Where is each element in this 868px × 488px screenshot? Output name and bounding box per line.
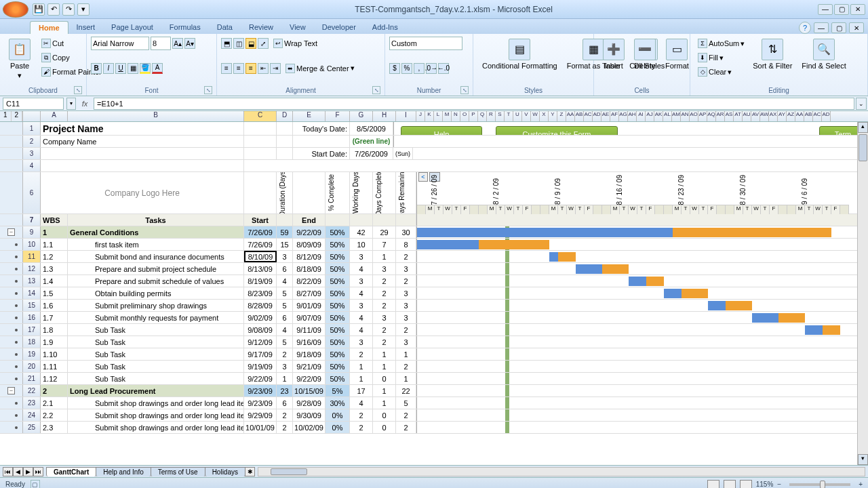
col-header-AH[interactable]: AH xyxy=(628,111,637,121)
ribbon-tab-data[interactable]: Data xyxy=(209,21,241,34)
row-header[interactable]: 13 xyxy=(23,275,41,287)
scroll-down-icon[interactable]: ▾ xyxy=(858,454,868,465)
col-header-Y[interactable]: Y xyxy=(549,111,557,121)
decrease-decimal-icon[interactable]: ←.0 xyxy=(438,63,449,74)
table-row[interactable]: −91General Conditions7/26/09599/22/0950%… xyxy=(0,226,868,239)
col-header-AK[interactable]: AK xyxy=(654,111,663,121)
gantt-bar-remaining[interactable] xyxy=(778,313,805,323)
col-header-E[interactable]: E xyxy=(293,111,326,121)
col-header-AL[interactable]: AL xyxy=(663,111,672,121)
ribbon-tab-formulas[interactable]: Formulas xyxy=(161,21,209,34)
col-header-AR[interactable]: AR xyxy=(716,111,725,121)
horizontal-scrollbar[interactable] xyxy=(258,467,865,476)
redo-icon[interactable]: ↷ xyxy=(62,3,75,16)
name-box-dropdown[interactable]: ▾ xyxy=(66,98,76,110)
col-header-AP[interactable]: AP xyxy=(698,111,707,121)
increase-indent-icon[interactable]: ⇥ xyxy=(270,63,281,74)
insert-cells-button[interactable]: ➕Insert xyxy=(598,37,629,72)
row-header[interactable]: 19 xyxy=(23,348,41,360)
col-header-T[interactable]: T xyxy=(505,111,513,121)
col-header-AC[interactable]: AC xyxy=(584,111,593,121)
border-button[interactable]: ▦ xyxy=(127,63,138,74)
gantt-bar-remaining[interactable] xyxy=(726,301,752,310)
col-header-AC[interactable]: AC xyxy=(813,111,822,121)
table-row[interactable]: 111.2Submit bond and insurance documents… xyxy=(0,251,868,263)
col-header-U[interactable]: U xyxy=(513,111,522,121)
zoom-level[interactable]: 115% xyxy=(756,481,774,488)
row-header[interactable]: 24 xyxy=(23,409,41,421)
italic-button[interactable]: I xyxy=(103,63,114,74)
row-header[interactable]: 12 xyxy=(23,263,41,274)
align-top-icon[interactable]: ⬒ xyxy=(221,38,232,49)
sheet-nav-last[interactable]: ⏭ xyxy=(33,467,43,476)
customize-form-button[interactable]: Customize this Form xyxy=(496,126,618,135)
gantt-bar-complete[interactable] xyxy=(417,240,479,249)
gantt-bar-complete[interactable] xyxy=(708,301,726,310)
fill-color-button[interactable]: 🪣 xyxy=(140,63,151,74)
worksheet-grid[interactable]: 12 A B C D E F G H I JKLMNOPQRSTUVWXYZAA… xyxy=(0,111,868,465)
col-header-N[interactable]: N xyxy=(452,111,460,121)
ribbon-tab-review[interactable]: Review xyxy=(241,21,281,34)
merge-center-button[interactable]: ⬌Merge & Center ▾ xyxy=(282,62,358,75)
table-row[interactable]: 191.10Sub Task9/17/0929/18/0950%211 xyxy=(0,348,868,361)
col-header-AE[interactable]: AE xyxy=(601,111,610,121)
comma-format-icon[interactable]: , xyxy=(414,63,425,74)
row-header[interactable]: 25 xyxy=(23,422,41,433)
col-header-B[interactable]: B xyxy=(68,111,244,121)
col-header-I[interactable]: I xyxy=(396,111,416,121)
col-header-AD[interactable]: AD xyxy=(593,111,601,121)
increase-decimal-icon[interactable]: .0→ xyxy=(426,63,437,74)
gantt-bar-remaining[interactable] xyxy=(673,228,831,237)
col-header-AM[interactable]: AM xyxy=(672,111,681,121)
table-row[interactable]: 201.11Sub Task9/19/0939/21/0950%112 xyxy=(0,361,868,373)
font-size-select[interactable] xyxy=(151,37,171,50)
zoom-out-icon[interactable]: − xyxy=(777,481,781,488)
col-header-AG[interactable]: AG xyxy=(619,111,628,121)
normal-view-icon[interactable] xyxy=(707,480,719,489)
col-header-AB[interactable]: AB xyxy=(804,111,813,121)
align-right-icon[interactable]: ≡ xyxy=(245,63,256,74)
gantt-bar-remaining[interactable] xyxy=(823,325,840,335)
col-header-AU[interactable]: AU xyxy=(743,111,751,121)
col-header-AS[interactable]: AS xyxy=(725,111,734,121)
font-color-button[interactable]: A xyxy=(152,63,163,74)
fill-button[interactable]: ⬇Fill ▾ xyxy=(694,51,748,64)
table-row[interactable]: 101.1first task item7/26/09158/09/0950%1… xyxy=(0,239,868,251)
outline-level-header[interactable]: 12 xyxy=(0,111,23,121)
office-button[interactable] xyxy=(3,1,28,18)
col-header-C[interactable]: C xyxy=(244,111,277,121)
col-header-AN[interactable]: AN xyxy=(681,111,690,121)
col-header-A[interactable]: A xyxy=(41,111,68,121)
col-header-M[interactable]: M xyxy=(443,111,452,121)
table-row[interactable]: 141.5Obtain building permits8/23/0958/27… xyxy=(0,287,868,300)
ribbon-tab-developer[interactable]: Developer xyxy=(314,21,364,34)
gantt-bar-remaining[interactable] xyxy=(558,252,576,262)
row-header[interactable]: 10 xyxy=(23,239,41,250)
col-header-L[interactable]: L xyxy=(434,111,443,121)
ribbon-tab-view[interactable]: View xyxy=(281,21,314,34)
percent-format-icon[interactable]: % xyxy=(401,63,412,74)
gantt-bar-complete[interactable] xyxy=(417,228,673,237)
sheet-nav-first[interactable]: ⏮ xyxy=(3,467,13,476)
col-header-AY[interactable]: AY xyxy=(778,111,787,121)
col-header-AD[interactable]: AD xyxy=(822,111,831,121)
col-header-AW[interactable]: AW xyxy=(760,111,769,121)
table-row[interactable]: 151.6Submit preliminary shop drawings8/2… xyxy=(0,300,868,312)
conditional-formatting-button[interactable]: ▤Conditional Formatting xyxy=(477,37,562,72)
vscroll-thumb[interactable] xyxy=(859,134,867,161)
fx-icon[interactable]: fx xyxy=(79,98,91,110)
macro-record-icon[interactable]: ▢ xyxy=(31,480,40,489)
minimize-button[interactable]: — xyxy=(818,4,833,15)
row-header[interactable]: 14 xyxy=(23,287,41,299)
orientation-icon[interactable]: ⤢ xyxy=(258,38,269,49)
page-break-view-icon[interactable] xyxy=(740,480,752,489)
save-icon[interactable]: 💾 xyxy=(33,3,45,16)
col-header-AA[interactable]: AA xyxy=(795,111,804,121)
col-header-AI[interactable]: AI xyxy=(637,111,646,121)
scroll-up-icon[interactable]: ▴ xyxy=(858,122,868,133)
col-header-AB[interactable]: AB xyxy=(575,111,584,121)
row-header[interactable]: 17 xyxy=(23,324,41,336)
col-header-R[interactable]: R xyxy=(487,111,496,121)
col-header-G[interactable]: G xyxy=(350,111,373,121)
col-header-H[interactable]: H xyxy=(373,111,396,121)
